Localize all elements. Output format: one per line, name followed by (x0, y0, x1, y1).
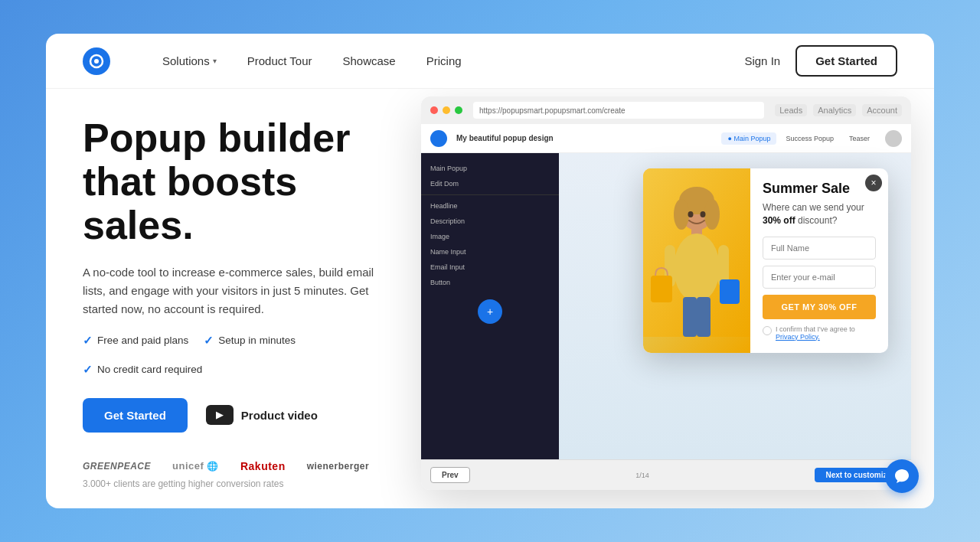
chat-icon (893, 468, 910, 485)
svg-rect-11 (651, 276, 672, 302)
popup-cta-button[interactable]: GET MY 30% OFF (763, 295, 876, 319)
app-user-avatar (885, 130, 902, 147)
product-video-button[interactable]: ▶ Product video (206, 405, 318, 425)
app-top-nav: ● Main Popup Success Popup Teaser (721, 130, 902, 147)
svg-rect-13 (683, 297, 697, 337)
browser-content: Main Popup Edit Dom Headline Description… (421, 153, 911, 459)
check-icon-1: ✓ (83, 334, 93, 348)
hero-title: Popup builder that boosts sales. (83, 116, 407, 248)
solutions-dropdown-icon: ▾ (213, 57, 217, 65)
account-icon: Account (862, 104, 902, 116)
left-content: Popup builder that boosts sales. A no-co… (46, 89, 444, 508)
svg-rect-12 (720, 279, 740, 304)
svg-point-1 (94, 59, 99, 64)
nav-pricing[interactable]: Pricing (411, 48, 477, 73)
popup-subtitle: Where can we send your 30% off discount? (763, 201, 876, 227)
feature-free-plans: ✓ Free and paid plans (83, 334, 188, 348)
feature-no-credit-card: ✓ No credit card required (83, 363, 202, 377)
logo[interactable] (83, 47, 110, 75)
popup-close-button[interactable]: × (865, 175, 882, 191)
sign-in-button[interactable]: Sign In (729, 48, 795, 73)
add-element-button[interactable]: + (478, 299, 502, 324)
cta-row: Get Started ▶ Product video (83, 398, 407, 433)
nav-showcase[interactable]: Showcase (328, 48, 411, 73)
feature-setup: ✓ Setup in minutes (204, 334, 296, 348)
popup-demo: × (643, 168, 888, 353)
main-nav: Solutions ▾ Product Tour Showcase Pricin… (147, 45, 897, 77)
hero-subtitle: A no-code tool to increase e-commerce sa… (83, 263, 389, 318)
popup-title: Summer Sale (763, 181, 876, 197)
logo-icon (83, 47, 110, 75)
app-bottom-bar: Prev 1/14 Next to customize (421, 459, 911, 490)
check-icon-3: ✓ (83, 363, 93, 377)
brand-unicef: unicef 🌐 (172, 460, 219, 472)
brand-rakuten: Rakuten (240, 460, 286, 472)
browser-bar: https://popupsmart.popupsmart.com/create… (421, 96, 911, 124)
chat-bubble-button[interactable] (885, 459, 919, 493)
features-list: ✓ Free and paid plans ✓ Setup in minutes… (83, 334, 407, 377)
header: Solutions ▾ Product Tour Showcase Pricin… (46, 34, 934, 89)
svg-point-8 (674, 233, 720, 302)
app-tab-success[interactable]: Success Popup (779, 132, 840, 145)
browser-nav-icons: Leads Analytics Account (775, 104, 902, 116)
youtube-icon: ▶ (206, 405, 234, 425)
browser-url-bar: https://popupsmart.popupsmart.com/create (473, 102, 764, 119)
brand-wienerberger: wienerberger (307, 461, 369, 472)
step-indicator: 1/14 (635, 472, 649, 479)
popup-inner: Summer Sale Where can we send your 30% o… (643, 168, 888, 353)
hero-get-started-button[interactable]: Get Started (83, 398, 188, 433)
popup-person-svg (643, 168, 750, 337)
popup-checkbox[interactable] (763, 326, 772, 335)
popup-checkbox-row: I confirm that I've agree to Privacy Pol… (763, 325, 876, 341)
popup-privacy-link[interactable]: Privacy Policy. (776, 333, 820, 341)
popup-terms-text: I confirm that I've agree to Privacy Pol… (776, 325, 876, 341)
leads-icon: Leads (775, 104, 807, 116)
popup-form: Summer Sale Where can we send your 30% o… (750, 168, 888, 353)
browser-window: https://popupsmart.popupsmart.com/create… (421, 96, 911, 490)
brand-logos-row: GREENPEACE unicef 🌐 Rakuten wienerberger (83, 460, 407, 472)
svg-point-16 (701, 211, 706, 217)
browser-dot-green (455, 106, 462, 114)
analytics-icon: Analytics (813, 104, 856, 116)
brand-greenpeace: GREENPEACE (83, 461, 151, 472)
svg-point-5 (674, 199, 689, 230)
product-mockup: https://popupsmart.popupsmart.com/create… (421, 96, 934, 508)
unicef-globe-icon: 🌐 (207, 461, 219, 472)
popup-image-area (643, 168, 750, 353)
header-get-started-button[interactable]: Get Started (795, 45, 897, 77)
app-tab-teaser[interactable]: Teaser (843, 132, 876, 145)
svg-rect-14 (697, 297, 710, 337)
nav-solutions[interactable]: Solutions ▾ (147, 48, 232, 73)
popup-name-input[interactable] (763, 237, 876, 260)
main-content: Popup builder that boosts sales. A no-co… (46, 89, 934, 508)
clients-count-text: 3.000+ clients are getting higher conver… (83, 478, 407, 489)
main-window: Solutions ▾ Product Tour Showcase Pricin… (46, 34, 934, 508)
app-project-name: My beautiful popup design (456, 134, 554, 142)
app-top-bar: My beautiful popup design ● Main Popup S… (421, 124, 911, 153)
app-canvas-area: × (559, 153, 911, 459)
check-icon-2: ✓ (204, 334, 214, 348)
svg-point-15 (688, 211, 694, 217)
app-tab-popup[interactable]: ● Main Popup (721, 132, 776, 145)
nav-product-tour[interactable]: Product Tour (232, 48, 328, 73)
popup-email-input[interactable] (763, 266, 876, 289)
svg-point-6 (704, 199, 720, 230)
